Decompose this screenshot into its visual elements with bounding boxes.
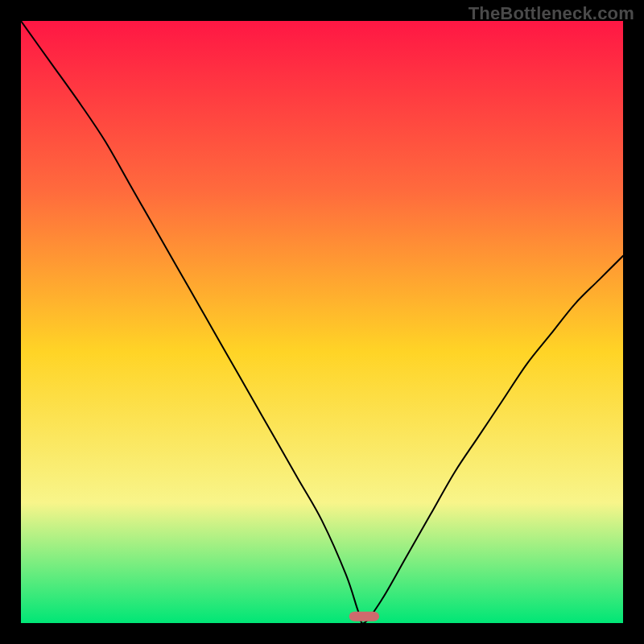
gradient-background <box>21 21 623 623</box>
bottleneck-plot <box>21 21 623 623</box>
chart-frame: TheBottleneck.com <box>0 0 644 644</box>
optimal-marker <box>349 612 379 621</box>
plot-svg <box>21 21 623 623</box>
